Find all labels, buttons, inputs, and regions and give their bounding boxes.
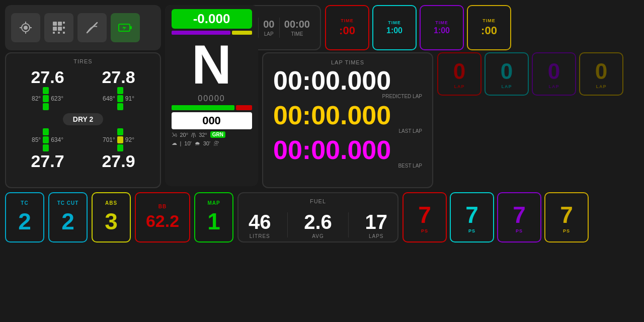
tire-rl-outer: 634° xyxy=(51,136,63,143)
top-row: -0.000 N 00000 000 🌬 20° /|\ 32° GRN ☁ xyxy=(5,5,639,50)
tire-fl-bar-seg2 xyxy=(43,95,49,102)
gear-letter: N xyxy=(192,37,231,92)
tire-fr-bar-seg3 xyxy=(117,103,123,110)
tire-rr-bar-seg2 xyxy=(117,136,123,143)
laps-value: 17 xyxy=(365,211,387,233)
tire-fl-bar-seg3 xyxy=(43,103,49,110)
tire-rl-bar-seg2 xyxy=(43,136,49,143)
last-lap-block: 00:00.000 LAST LAP xyxy=(273,102,422,135)
tire-rr-bar xyxy=(117,128,123,151)
headlights-button[interactable] xyxy=(11,13,40,42)
lap-panel-mid-purple: 0 LAP xyxy=(532,52,576,96)
tire-fl-inner: 82° xyxy=(32,95,41,102)
time-panel-gold: TIME :00 xyxy=(467,5,511,50)
svg-rect-9 xyxy=(58,27,62,31)
avg-stat: 2.6 AVG xyxy=(304,211,332,239)
fuel-title: FUEL xyxy=(310,196,326,205)
time-label-purple: TIME xyxy=(435,20,448,25)
bottom-value-red: 7 xyxy=(418,201,431,228)
bb-panel: BB 62.2 xyxy=(135,192,190,243)
bottom-row: TC 2 TC CUT 2 ABS 3 BB 62.2 MAP 1 FUEL xyxy=(5,192,639,243)
fuel-bar-green xyxy=(172,105,235,110)
bottom-value-cyan: 7 xyxy=(465,201,478,228)
time-value: 00:00 xyxy=(284,19,310,30)
tire-fr-details: 648° 91° xyxy=(84,87,153,110)
time-value-red: :00 xyxy=(339,24,355,37)
tire-fr-outer: 91° xyxy=(125,95,134,102)
best-lap-value: 00:00.000 xyxy=(273,137,422,163)
fuel-panel: FUEL 46 LITRES 2.6 AVG 17 LAPS xyxy=(237,192,398,243)
map-panel: MAP 1 xyxy=(194,192,233,243)
tire-fl: 27.6 82° 623° xyxy=(13,67,82,110)
tc-cut-label: TC CUT xyxy=(57,200,79,206)
tc-cut-panel: TC CUT 2 xyxy=(48,192,88,243)
lap-label-mid-cyan: LAP xyxy=(502,84,512,89)
svg-rect-10 xyxy=(63,22,65,24)
controls-panel xyxy=(5,5,161,50)
tire-rr-outer: 92° xyxy=(125,136,134,143)
svg-rect-16 xyxy=(130,26,132,29)
tire-rr: 701° 92° 27.9 xyxy=(84,128,153,171)
race-divider2 xyxy=(258,18,259,38)
tire-fr: 27.8 648° 91° xyxy=(84,67,153,110)
tire-rr-bar-seg1 xyxy=(117,128,123,135)
time-panel-cyan: TIME 1:00 xyxy=(372,5,417,50)
battery-button[interactable] xyxy=(111,13,140,42)
middle-row: TIRES 27.6 82° 623° xyxy=(5,52,639,188)
gear-panel: -0.000 N 00000 000 🌬 20° /|\ 32° GRN ☁ xyxy=(165,5,258,186)
lap-label-mid-purple: LAP xyxy=(549,84,559,89)
svg-rect-11 xyxy=(53,32,55,34)
wind-sep: /|\ xyxy=(191,132,196,138)
svg-rect-7 xyxy=(58,22,62,26)
grid-button[interactable] xyxy=(44,13,73,42)
bottom-value-purple: 7 xyxy=(513,201,526,228)
rain1-icon: 🌧 xyxy=(195,140,200,146)
weather-sep: | xyxy=(180,140,182,146)
bottom-right-panels: 7 PS 7 PS 7 PS 7 PS xyxy=(403,192,589,243)
speed-bar-yellow xyxy=(232,31,252,35)
lap-label-mid-red: LAP xyxy=(454,84,465,89)
svg-rect-6 xyxy=(53,22,57,26)
tire-fr-inner: 648° xyxy=(103,95,115,102)
rain2-time: 30' xyxy=(203,140,210,146)
bottom-value-gold: 7 xyxy=(560,201,573,228)
litres-stat: 46 LITRES xyxy=(249,211,271,239)
fuel-divider1 xyxy=(287,212,288,237)
tire-rr-bar-seg3 xyxy=(117,144,123,151)
bottom-panel-cyan: 7 PS xyxy=(450,192,494,243)
lap-times-panel: LAP TIMES 00:00.000 PREDICTED LAP 00:00.… xyxy=(262,52,433,188)
time-label: TIME xyxy=(284,31,310,37)
map-label: MAP xyxy=(207,200,220,206)
bottom-label-red: PS xyxy=(421,228,428,233)
wipers-button[interactable] xyxy=(77,13,107,42)
tire-rr-inner: 701° xyxy=(103,136,115,143)
abs-label: ABS xyxy=(105,200,117,206)
time-value-cyan: 1:00 xyxy=(386,26,403,35)
tire-rl-bar-seg1 xyxy=(43,128,49,135)
right-mid-panels: 0 LAP 0 LAP 0 LAP 0 LAP xyxy=(437,52,623,96)
tire-fl-bar-seg1 xyxy=(43,87,49,94)
time-label-red: TIME xyxy=(341,18,354,23)
lap-label-mid-gold: LAP xyxy=(596,84,607,89)
abs-panel: ABS 3 xyxy=(92,192,131,243)
tire-fr-bar-seg2 xyxy=(117,95,123,102)
tire-rl-bar-seg3 xyxy=(43,144,49,151)
right-top-panels: TIME :00 TIME 1:00 TIME 1:00 TIME :00 xyxy=(325,5,511,50)
lap-panel-mid-cyan: 0 LAP xyxy=(485,52,529,96)
svg-rect-14 xyxy=(63,32,65,34)
tire-fl-temp: 27.6 xyxy=(13,67,82,87)
speed-value: -0.000 xyxy=(193,11,230,26)
tire-fl-outer: 623° xyxy=(51,95,63,102)
bottom-label-cyan: PS xyxy=(468,228,475,233)
avg-label: AVG xyxy=(304,233,332,239)
svg-rect-12 xyxy=(58,32,60,34)
lap-value-mid-gold: 0 xyxy=(595,59,607,84)
litres-value: 46 xyxy=(249,211,271,233)
speed-display: -0.000 xyxy=(172,9,252,29)
time-panel-red: TIME :00 xyxy=(325,5,369,50)
predicted-lap-block: 00:00.000 PREDICTED LAP xyxy=(273,67,422,100)
lap-times-title: LAP TIMES xyxy=(273,59,422,65)
time-label-cyan: TIME xyxy=(388,20,401,25)
bottom-label-gold: PS xyxy=(563,228,570,233)
svg-rect-8 xyxy=(53,27,57,31)
